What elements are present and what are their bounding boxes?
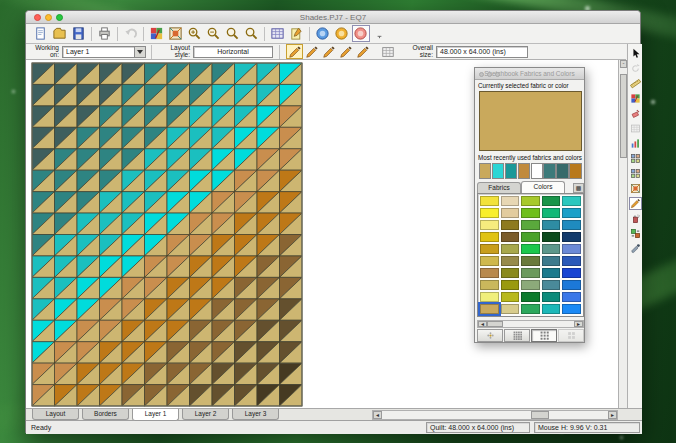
tab-layer-2[interactable]: Layer 2 <box>182 409 229 420</box>
sketchbook-colors-button[interactable] <box>352 25 370 42</box>
chevron-down-icon[interactable] <box>134 47 145 57</box>
color-swatch[interactable] <box>542 268 561 278</box>
view-small-thumbs-button[interactable] <box>504 329 530 342</box>
zoom-fit-button[interactable] <box>224 25 242 42</box>
view-large-thumbs-button[interactable] <box>558 329 584 342</box>
swap-color-tool-button[interactable] <box>629 227 642 240</box>
view-medium-thumbs-button[interactable] <box>531 329 557 342</box>
color-swatch[interactable] <box>480 244 499 254</box>
color-swatch[interactable] <box>501 280 520 290</box>
vertical-scroll-thumb[interactable] <box>620 74 627 158</box>
color-swatch[interactable] <box>562 208 581 218</box>
color-swatch[interactable] <box>542 220 561 230</box>
tab-layer-1[interactable]: Layer 1 <box>132 409 179 421</box>
fabric-adjust-tool-button[interactable] <box>629 92 642 105</box>
palette-close-button[interactable] <box>479 72 484 77</box>
sketchbook-blocks-button[interactable] <box>314 25 332 42</box>
color-swatch[interactable] <box>562 292 581 302</box>
color-swatch[interactable] <box>562 232 581 242</box>
tab-layer-3[interactable]: Layer 3 <box>232 409 279 420</box>
color-swatch[interactable] <box>480 196 499 206</box>
palette-scrollbar[interactable]: ◂ ▸ <box>477 320 584 328</box>
color-swatch[interactable] <box>480 220 499 230</box>
color-swatch[interactable] <box>501 256 520 266</box>
sketchbook-fabrics-button[interactable] <box>333 25 351 42</box>
color-swatch[interactable] <box>480 232 499 242</box>
layers-tool-button[interactable] <box>629 167 642 180</box>
color-swatch[interactable] <box>480 256 499 266</box>
new-project-button[interactable] <box>32 25 50 42</box>
zoom-out-button[interactable] <box>205 25 223 42</box>
select-pointer-button[interactable] <box>629 47 642 60</box>
color-swatch[interactable] <box>542 256 561 266</box>
work-on-quilt-button[interactable] <box>269 25 287 42</box>
save-button[interactable] <box>70 25 88 42</box>
palette-minimize-button[interactable] <box>487 72 492 77</box>
color-swatch[interactable] <box>501 220 520 230</box>
quilt-design[interactable] <box>31 62 303 407</box>
symmetry-tool-button[interactable] <box>629 152 642 165</box>
recent-color-swatch[interactable] <box>556 163 568 179</box>
grid-tool-button[interactable] <box>629 122 642 135</box>
color-swatch[interactable] <box>542 208 561 218</box>
color-swatch[interactable] <box>521 304 540 314</box>
color-swatch[interactable] <box>480 280 499 290</box>
color-swatch[interactable] <box>521 208 540 218</box>
color-swatch[interactable] <box>542 280 561 290</box>
view-blocks-button[interactable] <box>167 25 185 42</box>
color-swatch[interactable] <box>521 292 540 302</box>
color-swatch[interactable] <box>501 304 520 314</box>
color-swatch[interactable] <box>480 292 499 302</box>
scrollbar-splitter[interactable]: - <box>620 60 627 68</box>
palette-tab-fabrics[interactable]: Fabrics <box>477 182 521 193</box>
spray-paint-tool-button[interactable] <box>629 212 642 225</box>
print-button[interactable] <box>96 25 114 42</box>
window-titlebar[interactable]: Shades.PJ7 - EQ7 <box>26 11 640 24</box>
set-grid-button[interactable] <box>379 44 396 59</box>
color-swatch[interactable] <box>542 304 561 314</box>
color-swatch[interactable] <box>480 208 499 218</box>
color-swatch[interactable] <box>521 220 540 230</box>
color-swatch[interactable] <box>501 196 520 206</box>
color-swatch[interactable] <box>501 208 520 218</box>
erase-block-tool-button[interactable] <box>629 107 642 120</box>
color-swatch[interactable] <box>521 196 540 206</box>
scroll-left-icon[interactable]: ◂ <box>373 411 382 419</box>
rotate-tool-button[interactable] <box>629 62 642 75</box>
paintbrush-border-button[interactable] <box>337 44 354 59</box>
ruler-tool-button[interactable] <box>629 77 642 90</box>
scroll-right-icon[interactable]: ▸ <box>608 411 617 419</box>
zoom-in-button[interactable] <box>186 25 204 42</box>
color-swatch[interactable] <box>521 256 540 266</box>
recent-color-swatch[interactable] <box>492 163 504 179</box>
color-swatch[interactable] <box>480 268 499 278</box>
paintbrush-fabric-button[interactable] <box>286 44 303 59</box>
zoom-region-button[interactable] <box>243 25 261 42</box>
color-swatch[interactable] <box>562 220 581 230</box>
recent-color-swatch[interactable] <box>505 163 517 179</box>
toolbar-overflow-button[interactable] <box>371 25 389 42</box>
recent-color-swatch[interactable] <box>479 163 491 179</box>
view-flower-button[interactable] <box>477 329 503 342</box>
chart-tool-button[interactable] <box>629 137 642 150</box>
canvas-vertical-scrollbar[interactable]: - <box>618 60 627 408</box>
color-swatch[interactable] <box>562 280 581 290</box>
color-swatch[interactable] <box>501 232 520 242</box>
horizontal-scroll-thumb[interactable] <box>531 411 549 419</box>
view-fabrics-button[interactable] <box>148 25 166 42</box>
color-swatch[interactable] <box>501 292 520 302</box>
color-swatch[interactable] <box>562 256 581 266</box>
paintbrush-tool-button[interactable] <box>629 197 642 210</box>
palette-zoom-button[interactable] <box>495 72 500 77</box>
color-swatch[interactable] <box>542 196 561 206</box>
recent-color-swatch[interactable] <box>543 163 555 179</box>
tab-layout[interactable]: Layout <box>32 409 79 420</box>
recent-color-swatch[interactable] <box>569 163 581 179</box>
working-on-select[interactable]: Layer 1 <box>62 46 146 58</box>
undo-button[interactable] <box>122 25 140 42</box>
color-swatch[interactable] <box>562 304 581 314</box>
color-swatch[interactable] <box>562 268 581 278</box>
color-swatch[interactable] <box>521 268 540 278</box>
color-swatch[interactable] <box>542 244 561 254</box>
paintbrush-patch-button[interactable] <box>303 44 320 59</box>
